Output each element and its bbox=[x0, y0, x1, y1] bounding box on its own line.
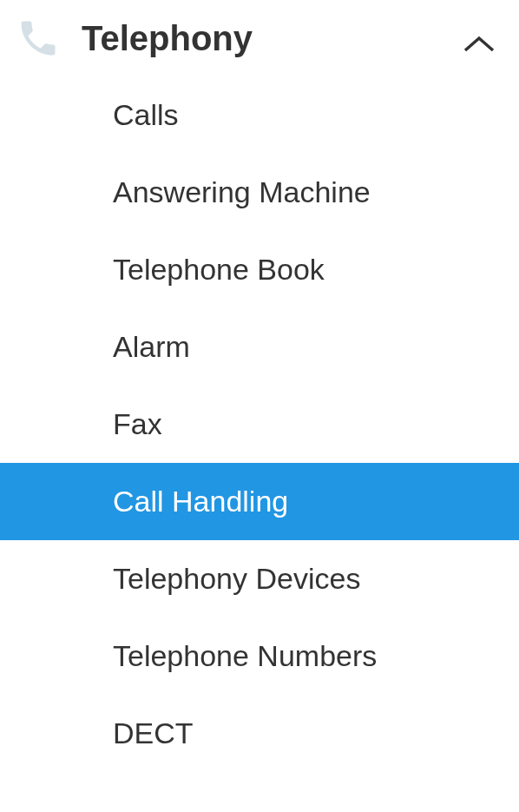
chevron-up-icon[interactable] bbox=[462, 35, 496, 54]
menu-item-telephone-book[interactable]: Telephone Book bbox=[0, 231, 519, 308]
phone-icon bbox=[16, 16, 61, 61]
menu-item-dect[interactable]: DECT bbox=[0, 695, 519, 772]
menu-item-fax[interactable]: Fax bbox=[0, 386, 519, 463]
menu-header[interactable]: Telephony bbox=[0, 0, 519, 76]
menu-items-list: Calls Answering Machine Telephone Book A… bbox=[0, 76, 519, 772]
telephony-menu: Telephony Calls Answering Machine Teleph… bbox=[0, 0, 519, 772]
menu-item-telephony-devices[interactable]: Telephony Devices bbox=[0, 540, 519, 617]
menu-item-telephone-numbers[interactable]: Telephone Numbers bbox=[0, 617, 519, 695]
menu-item-answering-machine[interactable]: Answering Machine bbox=[0, 154, 519, 231]
menu-item-call-handling[interactable]: Call Handling bbox=[0, 463, 519, 540]
menu-title: Telephony bbox=[82, 19, 502, 58]
menu-item-alarm[interactable]: Alarm bbox=[0, 308, 519, 386]
menu-item-calls[interactable]: Calls bbox=[0, 76, 519, 154]
